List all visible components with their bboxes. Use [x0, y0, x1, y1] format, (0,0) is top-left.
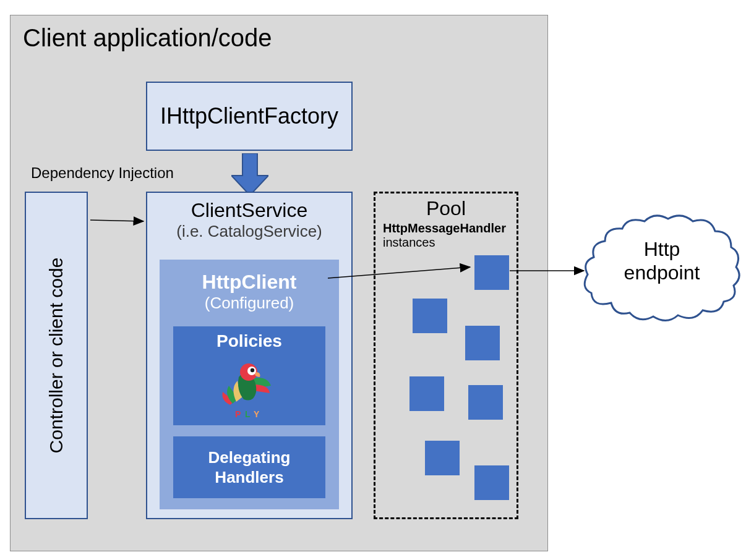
ihttpclientfactory-box: IHttpClientFactory [146, 82, 353, 151]
httpclient-title: HttpClient [160, 271, 339, 294]
pool-handler-instance [468, 385, 503, 420]
diagram-canvas: Client application/code IHttpClientFacto… [0, 0, 746, 560]
polly-letter-l: L [245, 409, 251, 419]
pool-subtitle-2: instances [383, 235, 517, 250]
pool-title: Pool [375, 197, 517, 220]
polly-letter-y: Y [254, 409, 260, 419]
pool-subtitle-1: HttpMessageHandler [383, 221, 517, 235]
controller-box: Controller or client code [25, 192, 88, 519]
delegating-handlers-label: Delegating Handlers [208, 448, 291, 488]
pool-handler-instance [409, 376, 444, 411]
http-endpoint-label: Http endpoint [606, 237, 718, 285]
pool-handler-instance [474, 465, 509, 500]
policies-title: Policies [173, 331, 325, 351]
controller-label: Controller or client code [46, 258, 67, 454]
polly-letter-p: P [235, 409, 241, 419]
client-service-subtitle: (i.e. CatalogService) [147, 222, 351, 241]
dependency-injection-label: Dependency Injection [31, 164, 174, 182]
httpclient-subtitle: (Configured) [160, 294, 339, 313]
pool-handler-instance [425, 441, 460, 475]
pool-handler-instance [465, 326, 500, 360]
pool-handler-instance [474, 255, 509, 290]
client-application-title: Client application/code [23, 24, 272, 52]
client-service-title: ClientService [147, 199, 351, 222]
polly-parrot-icon: P L Y [218, 358, 280, 420]
pool-handler-instance [413, 299, 447, 333]
svg-point-2 [251, 368, 254, 372]
down-arrow-icon [231, 153, 268, 195]
delegating-handlers-box: Delegating Handlers [173, 436, 325, 498]
ihttpclientfactory-label: IHttpClientFactory [160, 103, 338, 129]
pool-box: Pool HttpMessageHandler instances [374, 192, 518, 519]
